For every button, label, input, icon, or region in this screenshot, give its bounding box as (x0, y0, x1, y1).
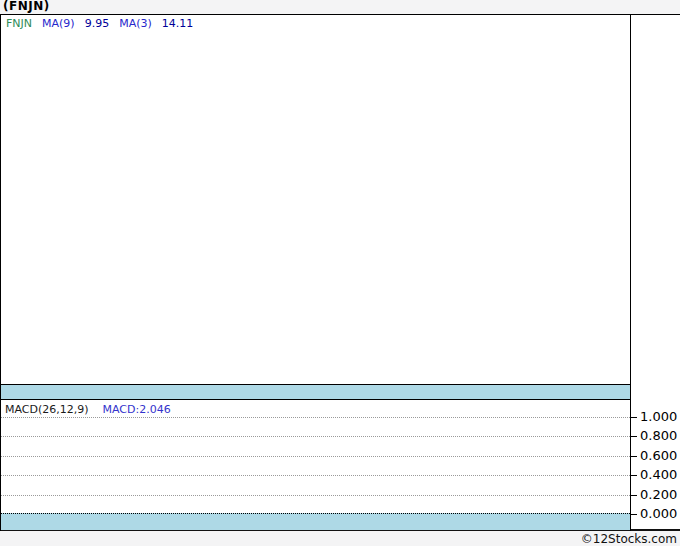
gridline-0.400 (1, 475, 630, 476)
y-axis-tick-label: 0.000 (640, 507, 680, 521)
y-axis-tick (631, 436, 637, 437)
gridline-0.200 (1, 495, 630, 496)
ma9-label: MA(9) (42, 17, 75, 30)
y-axis-tick (631, 417, 637, 418)
gridline-0.800 (1, 436, 630, 437)
y-axis-line (630, 14, 631, 531)
price-panel: FNJNMA(9)9.95MA(3)14.11 (1, 15, 630, 384)
gridline-1.000 (1, 417, 630, 418)
page-title: (FNJN) (3, 0, 50, 13)
stock-chart-screen: (FNJN) FNJNMA(9)9.95MA(3)14.11 MACD(26,1… (0, 0, 680, 546)
site-credit: ©12Stocks.com (581, 532, 677, 546)
price-legend: FNJNMA(9)9.95MA(3)14.11 (6, 17, 203, 30)
ma3-value: 14.11 (162, 17, 194, 30)
y-axis-tick (631, 456, 637, 457)
y-axis-tick-label: 0.600 (640, 449, 680, 463)
ma9-value: 9.95 (85, 17, 110, 30)
y-axis-tick (631, 475, 637, 476)
y-axis-tick-label: 1.000 (640, 410, 680, 424)
y-axis-tick (631, 495, 637, 496)
y-axis-tick-label: 0.400 (640, 468, 680, 482)
separator-band-bottom (1, 513, 630, 530)
y-axis-tick-label: 0.800 (640, 429, 680, 443)
y-axis-tick (631, 514, 637, 515)
macd-indicator-label: MACD(26,12,9) (5, 403, 89, 416)
ma3-label: MA(3) (119, 17, 152, 30)
symbol-label: FNJN (6, 17, 32, 30)
gridline-0.600 (1, 456, 630, 457)
y-axis-tick-label: 0.200 (640, 488, 680, 502)
macd-indicator-value: MACD:2.046 (103, 403, 171, 416)
macd-legend: MACD(26,12,9)MACD:2.046 (5, 403, 171, 416)
separator-band-top (1, 385, 630, 399)
